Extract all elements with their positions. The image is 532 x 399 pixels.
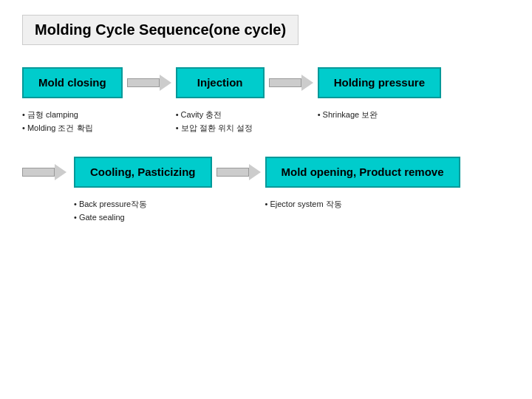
mold-closing-bullet-1: • 금형 clamping bbox=[22, 109, 123, 122]
holding-pressure-bullet-1: • Shrinkage 보완 bbox=[318, 109, 441, 122]
cooling-box: Cooling, Pasticizing bbox=[74, 157, 212, 188]
mold-closing-bullets: • 금형 clamping • Molding 조건 확립 bbox=[22, 109, 123, 134]
arrow2 bbox=[269, 67, 313, 91]
mold-closing-col: Mold closing • 금형 clamping • Molding 조건 … bbox=[22, 67, 123, 134]
mold-opening-col: Mold opening, Product remove • Ejector s… bbox=[265, 157, 460, 211]
mold-opening-label: Mold opening, Product remove bbox=[282, 166, 444, 178]
injection-label: Injection bbox=[197, 76, 243, 89]
arrow4 bbox=[216, 157, 261, 180]
arrow3-shape bbox=[22, 164, 66, 180]
cooling-label: Cooling, Pasticizing bbox=[90, 166, 196, 178]
arrow2-shape bbox=[269, 75, 313, 91]
injection-bullet-2: • 보압 절환 위치 설정 bbox=[176, 122, 265, 135]
injection-bullet-1: • Cavity 충전 bbox=[176, 109, 265, 122]
arrow2-head bbox=[301, 75, 313, 91]
title-box: Molding Cycle Sequence(one cycle) bbox=[22, 15, 299, 45]
holding-pressure-col: Holding pressure • Shrinkage 보완 bbox=[318, 67, 441, 122]
arrow1-body bbox=[127, 78, 160, 87]
mold-closing-bullet-2: • Molding 조건 확립 bbox=[22, 122, 123, 135]
arrow3-head bbox=[55, 164, 66, 180]
row2: Cooling, Pasticizing • Back pressure작동 •… bbox=[22, 157, 510, 224]
arrow4-head bbox=[249, 164, 261, 180]
cooling-bullet-1: • Back pressure작동 bbox=[74, 198, 212, 211]
row1: Mold closing • 금형 clamping • Molding 조건 … bbox=[22, 67, 510, 134]
injection-col: Injection • Cavity 충전 • 보압 절환 위치 설정 bbox=[176, 67, 265, 134]
arrow2-body bbox=[269, 78, 301, 87]
arrow1-shape bbox=[127, 75, 171, 91]
mold-opening-bullet-1: • Ejector system 작동 bbox=[265, 198, 460, 211]
injection-bullets: • Cavity 충전 • 보압 절환 위치 설정 bbox=[176, 109, 265, 134]
arrow3 bbox=[22, 157, 66, 180]
mold-opening-bullets: • Ejector system 작동 bbox=[265, 198, 460, 211]
mold-closing-box: Mold closing bbox=[22, 67, 123, 98]
mold-opening-box: Mold opening, Product remove bbox=[265, 157, 460, 188]
holding-pressure-box: Holding pressure bbox=[318, 67, 441, 98]
page: Molding Cycle Sequence(one cycle) Mold c… bbox=[0, 0, 532, 399]
arrow3-body bbox=[22, 168, 55, 177]
cooling-col: Cooling, Pasticizing • Back pressure작동 •… bbox=[74, 157, 212, 224]
cooling-bullet-2: • Gate sealing bbox=[74, 211, 212, 225]
mold-closing-label: Mold closing bbox=[38, 76, 106, 89]
injection-box: Injection bbox=[176, 67, 265, 98]
arrow1 bbox=[127, 67, 171, 91]
arrow4-shape bbox=[216, 164, 261, 180]
holding-pressure-label: Holding pressure bbox=[334, 76, 425, 89]
arrow1-head bbox=[160, 75, 171, 91]
cooling-bullets: • Back pressure작동 • Gate sealing bbox=[74, 198, 212, 224]
arrow4-body bbox=[216, 168, 249, 177]
page-title: Molding Cycle Sequence(one cycle) bbox=[35, 21, 286, 38]
holding-pressure-bullets: • Shrinkage 보완 bbox=[318, 109, 441, 122]
